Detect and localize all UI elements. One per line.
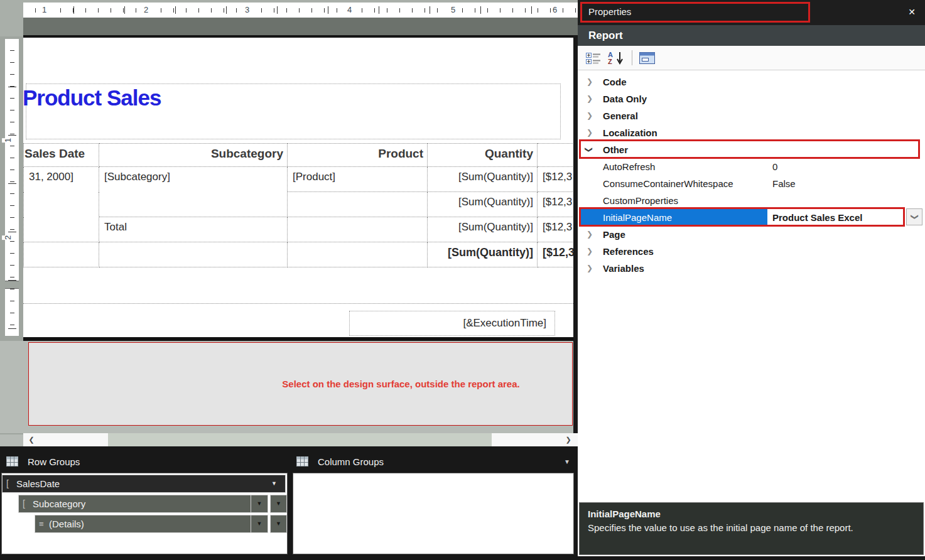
- column-groups-menu-icon[interactable]: ▼: [564, 452, 570, 471]
- section-splitter[interactable]: [5, 281, 19, 289]
- category-row-data-only[interactable]: ❯ Data Only: [578, 90, 925, 107]
- categorized-icon: [585, 51, 602, 65]
- column-groups-list[interactable]: [293, 473, 574, 554]
- category-row-code[interactable]: ❯ Code: [578, 73, 925, 90]
- column-groups-icon: [296, 456, 308, 466]
- close-icon[interactable]: ✕: [908, 7, 916, 17]
- report-designer-window: 1 2 3 4 5 6 1 2 Product Sales Sales Date…: [0, 0, 925, 560]
- report-page[interactable]: Product Sales Sales Date Subcategory Pro…: [23, 38, 573, 337]
- column-groups-label: Column Groups: [318, 452, 384, 471]
- cell-empty[interactable]: [288, 192, 428, 217]
- row-groups-icon: [6, 456, 18, 466]
- toolbar-separator: [632, 50, 632, 65]
- scrollbar-thumb[interactable]: [108, 433, 492, 446]
- group-extra-menu-button[interactable]: ▼: [270, 495, 287, 513]
- cell-empty[interactable]: [288, 217, 428, 242]
- execution-time-textbox[interactable]: [&ExecutionTime]: [349, 311, 555, 336]
- group-bracket-icon: [: [6, 475, 9, 492]
- group-menu-icon[interactable]: ▼: [266, 475, 283, 492]
- category-row-other[interactable]: ❯ Other: [578, 141, 925, 158]
- cell-product[interactable]: [Product]: [288, 167, 428, 192]
- design-surface[interactable]: 1 2 3 4 5 6 1 2 Product Sales Sales Date…: [0, 0, 578, 560]
- category-row-variables[interactable]: ❯ Variables: [578, 260, 925, 277]
- chevron-down-icon[interactable]: ❯: [580, 146, 597, 153]
- header-cell-clipped[interactable]: [538, 144, 574, 167]
- value-dropdown-button[interactable]: ❯: [906, 208, 922, 225]
- chevron-right-icon[interactable]: ❯: [587, 260, 593, 277]
- property-row-autorefresh[interactable]: AutoRefresh 0: [578, 158, 925, 175]
- group-bracket-icon: [: [23, 495, 25, 512]
- ruler-number: 3: [243, 4, 251, 15]
- row-group-salesdate[interactable]: [ SalesDate ▼: [2, 475, 286, 493]
- ruler-number: 6: [551, 4, 559, 15]
- property-pages-icon: [639, 51, 656, 65]
- cell-sum-quantity[interactable]: [Sum(Quantity)]: [428, 167, 538, 192]
- cell-sum-sales[interactable]: [$12,3: [538, 217, 574, 242]
- cell-empty[interactable]: [24, 242, 99, 267]
- header-cell-quantity[interactable]: Quantity: [428, 144, 538, 167]
- ruler-number: 1: [40, 4, 48, 15]
- property-pages-button[interactable]: [636, 48, 658, 67]
- report-title: Product Sales: [23, 85, 161, 110]
- ruler-number: 5: [449, 4, 457, 15]
- category-row-page[interactable]: ❯ Page: [578, 226, 925, 243]
- row-group-subcategory[interactable]: [ Subcategory ▼: [18, 495, 268, 513]
- cell-grand-total-quantity[interactable]: [Sum(Quantity)]: [428, 242, 538, 267]
- cell-empty[interactable]: [288, 242, 428, 267]
- header-cell-subcategory[interactable]: Subcategory: [99, 144, 288, 167]
- dropdown-icon: ▼: [276, 500, 281, 507]
- cell-subcategory-group[interactable]: [Subcategory]: [99, 167, 288, 217]
- property-row-consumecontainerwhitespace[interactable]: ConsumeContainerWhitespace False: [578, 175, 925, 192]
- group-menu-icon[interactable]: ▼: [251, 515, 268, 532]
- alphabetical-sort-button[interactable]: A Z: [604, 48, 628, 67]
- cell-empty[interactable]: [99, 242, 288, 267]
- header-cell-product[interactable]: Product: [288, 144, 428, 167]
- row-groups-label: Row Groups: [28, 452, 80, 471]
- chevron-right-icon[interactable]: ❯: [587, 243, 593, 260]
- header-cell-salesdate[interactable]: Sales Date: [24, 144, 99, 167]
- tablix-table: Sales Date Subcategory Product Quantity …: [23, 143, 573, 267]
- cell-total-label[interactable]: Total: [99, 217, 288, 242]
- category-row-localization[interactable]: ❯ Localization: [578, 124, 925, 141]
- group-extra-menu-button[interactable]: ▼: [270, 515, 287, 533]
- property-row-customproperties[interactable]: CustomProperties: [578, 192, 925, 209]
- property-grid: ❯ Code ❯ Data Only ❯ General ❯ Localizat…: [578, 70, 925, 502]
- selected-object-name: Report: [588, 25, 623, 46]
- group-menu-icon[interactable]: ▼: [251, 495, 268, 512]
- cell-sum-sales[interactable]: [$12,3: [538, 192, 574, 217]
- details-icon: ≡: [39, 515, 44, 532]
- chevron-right-icon[interactable]: ❯: [587, 73, 593, 90]
- cell-sum-quantity[interactable]: [Sum(Quantity)]: [428, 217, 538, 242]
- highlighted-surface-area[interactable]: Select on the design surface, outside th…: [28, 342, 573, 426]
- properties-title: Properties: [588, 6, 631, 17]
- properties-toolbar: A Z: [578, 46, 925, 70]
- chevron-right-icon[interactable]: ❯: [587, 124, 593, 141]
- horizontal-ruler: 1 2 3 4 5 6: [23, 3, 578, 18]
- row-group-details[interactable]: ≡ (Details) ▼: [35, 515, 268, 533]
- scroll-left-arrow-icon[interactable]: ❮: [24, 433, 38, 446]
- row-groups-list: [ SalesDate ▼ [ Subcategory ▼ ▼ ≡ (Detai…: [1, 473, 288, 554]
- category-row-references[interactable]: ❯ References: [578, 243, 925, 260]
- body-footer-divider: [23, 303, 573, 304]
- horizontal-scrollbar[interactable]: ❮ ❯: [23, 433, 578, 446]
- chevron-right-icon[interactable]: ❯: [587, 90, 593, 107]
- chevron-right-icon[interactable]: ❯: [587, 107, 593, 124]
- scroll-right-arrow-icon[interactable]: ❯: [561, 433, 575, 446]
- category-row-general[interactable]: ❯ General: [578, 107, 925, 124]
- panel-bottom-strip: [578, 556, 925, 560]
- cell-sum-quantity[interactable]: [Sum(Quantity)]: [428, 192, 538, 217]
- properties-titlebar: Properties ✕: [578, 0, 925, 25]
- description-title: InitialPageName: [588, 509, 915, 519]
- report-title-textbox[interactable]: Product Sales: [26, 83, 561, 139]
- categorized-view-button[interactable]: [583, 48, 604, 67]
- panel-divider: [0, 446, 578, 452]
- chevron-right-icon[interactable]: ❯: [587, 226, 593, 243]
- cell-salesdate-group[interactable]: 31, 2000]: [24, 167, 99, 242]
- az-sort-icon: A Z: [607, 51, 625, 65]
- cell-grand-total-sales[interactable]: [$12,3: [538, 242, 574, 267]
- property-row-initialpagename[interactable]: InitialPageName Product Sales Excel: [578, 209, 925, 226]
- ruler-number: 2: [142, 4, 150, 15]
- property-description: InitialPageName Specifies the value to u…: [579, 502, 924, 555]
- grouping-pane: Row Groups Column Groups ▼ [ SalesDate ▼: [0, 452, 578, 560]
- cell-sum-sales[interactable]: [$12,3: [538, 167, 574, 192]
